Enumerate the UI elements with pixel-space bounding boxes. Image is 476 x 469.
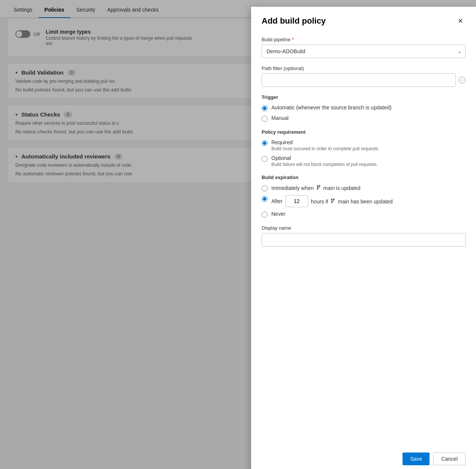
cancel-button[interactable]: Cancel (433, 453, 466, 465)
trigger-group: Trigger Automatic (whenever the source b… (262, 94, 466, 122)
expiration-immediately-radio[interactable] (262, 185, 268, 191)
policy-req-required-label[interactable]: Required (271, 139, 293, 145)
policy-req-optional-subtext: Build failure will not block completion … (271, 162, 377, 167)
policy-req-optional-label[interactable]: Optional (271, 155, 291, 161)
trigger-radio-group: Automatic (whenever the source branch is… (262, 105, 466, 122)
svg-point-3 (331, 199, 332, 200)
modal-footer: Save Cancel (251, 445, 476, 469)
git-branch-icon-1 (316, 185, 321, 190)
expiration-immediately-item: Immediately when main is updated (262, 185, 466, 191)
trigger-automatic-label[interactable]: Automatic (whenever the source branch is… (271, 105, 392, 111)
svg-point-1 (319, 185, 320, 187)
trigger-manual-item: Manual (262, 115, 466, 122)
expiration-never-item: Never (262, 211, 466, 218)
expiration-after-item: After hours if (262, 195, 466, 207)
expiration-immediately-label[interactable]: Immediately when main is updated (271, 185, 360, 191)
policy-req-radio-group: Required Build must succeed in order to … (262, 139, 466, 167)
display-name-group: Display name (262, 225, 466, 246)
add-build-policy-modal: Add build policy ✕ Build pipeline * Demo… (251, 7, 476, 469)
expiration-never-radio[interactable] (262, 212, 268, 218)
build-expiration-group: Build expiration Immediately when (262, 175, 466, 218)
modal-title: Add build policy (262, 16, 326, 26)
trigger-manual-label[interactable]: Manual (271, 115, 289, 121)
expiration-hours-input[interactable] (286, 195, 308, 207)
policy-req-optional-radio[interactable] (262, 156, 268, 162)
trigger-automatic-radio[interactable] (262, 105, 268, 111)
trigger-automatic-item: Automatic (whenever the source branch is… (262, 105, 466, 111)
path-filter-group: Path filter (optional) i (262, 66, 466, 87)
policy-req-required-subtext: Build must succeed in order to complete … (271, 146, 379, 151)
modal-body: Build pipeline * Demo-ADOBuild ⌄ Path fi… (251, 34, 476, 445)
display-name-label: Display name (262, 225, 466, 231)
path-filter-input-row: i (262, 73, 466, 87)
svg-point-5 (331, 202, 332, 203)
display-name-input[interactable] (262, 233, 466, 246)
trigger-label: Trigger (262, 94, 466, 100)
build-expiration-label: Build expiration (262, 175, 466, 180)
close-button[interactable]: ✕ (455, 16, 466, 26)
git-branch-icon-2 (330, 198, 335, 203)
build-pipeline-select-wrapper[interactable]: Demo-ADOBuild ⌄ (262, 45, 466, 58)
build-expiration-radio-group: Immediately when main is updated (262, 185, 466, 218)
policy-req-group: Policy requirement Required Build must s… (262, 129, 466, 167)
policy-req-required-item: Required Build must succeed in order to … (262, 139, 466, 151)
expiration-after-row: After hours if (271, 195, 393, 207)
modal-header: Add build policy ✕ (251, 7, 476, 34)
policy-req-optional-item: Optional Build failure will not block co… (262, 155, 466, 167)
svg-point-0 (317, 185, 318, 187)
path-filter-input[interactable] (262, 73, 456, 87)
save-button[interactable]: Save (403, 453, 430, 465)
close-icon: ✕ (458, 17, 463, 25)
build-pipeline-group: Build pipeline * Demo-ADOBuild ⌄ (262, 37, 466, 58)
svg-point-2 (317, 188, 318, 190)
build-pipeline-select[interactable]: Demo-ADOBuild (262, 45, 465, 58)
svg-point-4 (334, 199, 335, 200)
trigger-manual-radio[interactable] (262, 116, 268, 122)
policy-req-required-radio[interactable] (262, 140, 268, 146)
expiration-after-radio[interactable] (262, 196, 268, 202)
expiration-never-label[interactable]: Never (271, 211, 285, 217)
policy-req-label: Policy requirement (262, 129, 466, 135)
path-filter-label: Path filter (optional) (262, 66, 466, 71)
path-filter-info-icon[interactable]: i (459, 77, 466, 84)
build-pipeline-label: Build pipeline * (262, 37, 466, 42)
